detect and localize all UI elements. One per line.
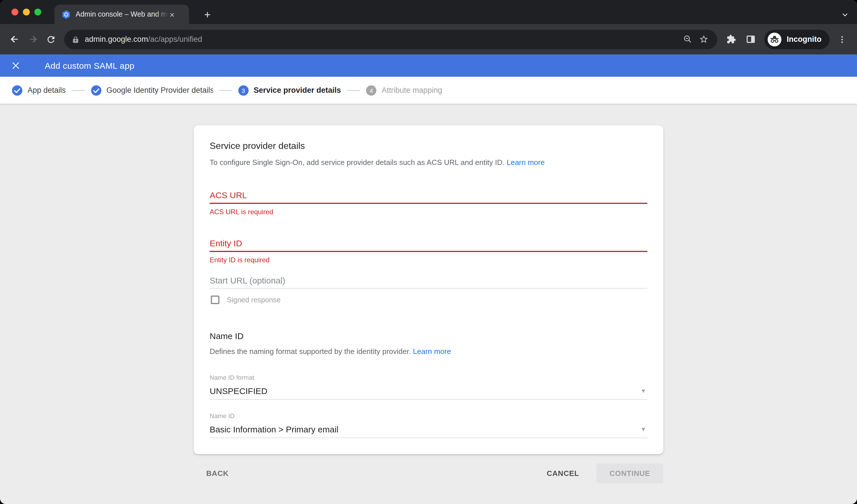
url-path: /ac/apps/unified bbox=[148, 35, 202, 44]
card-description: To configure Single Sign-On, add service… bbox=[210, 157, 647, 168]
start-url-underline bbox=[210, 288, 647, 289]
browser-window: Admin console – Web and mob × + admin.go… bbox=[0, 0, 857, 504]
bookmark-star-icon[interactable] bbox=[696, 31, 712, 47]
tab-title: Admin console – Web and mob bbox=[75, 10, 168, 18]
lock-icon bbox=[72, 35, 80, 43]
wizard-stepper: App details Google Identity Provider det… bbox=[0, 77, 857, 104]
card-title: Service provider details bbox=[210, 140, 647, 152]
step-number: 3 bbox=[238, 85, 249, 95]
chevron-down-icon: ▼ bbox=[640, 385, 646, 397]
dialog-content: Service provider details To configure Si… bbox=[0, 125, 857, 483]
browser-menu-dots-icon[interactable] bbox=[833, 30, 851, 48]
new-tab-button[interactable]: + bbox=[202, 9, 213, 20]
window-controls bbox=[12, 9, 41, 15]
start-url-input[interactable]: Start URL (optional) bbox=[210, 275, 647, 286]
name-id-section-title: Name ID bbox=[210, 331, 647, 342]
step-complete-check-icon bbox=[91, 85, 101, 95]
learn-more-link[interactable]: Learn more bbox=[507, 158, 545, 167]
name-id-format-label: Name ID format bbox=[210, 374, 647, 382]
step-complete-check-icon bbox=[12, 85, 22, 95]
name-id-format-underline bbox=[210, 399, 647, 400]
close-dialog-icon[interactable] bbox=[12, 61, 20, 70]
admin-console-favicon bbox=[61, 10, 71, 19]
service-provider-card: Service provider details To configure Si… bbox=[194, 125, 663, 454]
step-number: 4 bbox=[366, 85, 376, 95]
close-window-button[interactable] bbox=[12, 9, 18, 15]
step-google-idp-details[interactable]: Google Identity Provider details bbox=[91, 85, 213, 95]
acs-url-error: ACS URL is required bbox=[210, 208, 647, 216]
dialog-title: Add custom SAML app bbox=[45, 61, 134, 70]
cancel-button[interactable]: CANCEL bbox=[547, 469, 579, 478]
entity-id-field[interactable]: Entity ID bbox=[210, 238, 647, 249]
address-bar[interactable]: admin.google.com/ac/apps/unified bbox=[64, 30, 718, 49]
chevron-down-icon: ▼ bbox=[640, 424, 646, 435]
zoom-out-icon[interactable] bbox=[680, 31, 696, 47]
step-app-details[interactable]: App details bbox=[12, 85, 66, 95]
signed-response-row: Signed response bbox=[210, 296, 647, 304]
browser-tab[interactable]: Admin console – Web and mob × bbox=[54, 4, 189, 24]
tab-search-chevron-down-icon[interactable] bbox=[841, 11, 849, 19]
name-id-label: Name ID bbox=[210, 413, 647, 420]
url-host: admin.google.com bbox=[85, 35, 148, 44]
entity-id-underline bbox=[210, 251, 647, 252]
back-button[interactable]: BACK bbox=[206, 469, 229, 478]
acs-url-field[interactable]: ACS URL bbox=[210, 189, 647, 201]
step-attribute-mapping[interactable]: 4 Attribute mapping bbox=[366, 85, 442, 95]
name-id-section-description: Defines the naming format supported by t… bbox=[210, 347, 647, 357]
continue-button[interactable]: CONTINUE bbox=[596, 463, 663, 483]
incognito-badge: Incognito bbox=[764, 30, 830, 49]
back-icon[interactable] bbox=[6, 31, 23, 48]
learn-more-link[interactable]: Learn more bbox=[413, 347, 451, 356]
incognito-icon bbox=[767, 32, 782, 47]
name-id-format-select[interactable]: UNSPECIFIED ▼ bbox=[210, 385, 647, 397]
reload-icon[interactable] bbox=[43, 31, 60, 48]
url-text[interactable]: admin.google.com/ac/apps/unified bbox=[85, 35, 202, 44]
step-connector bbox=[219, 90, 232, 91]
signed-response-label: Signed response bbox=[227, 296, 281, 304]
entity-id-error: Entity ID is required bbox=[210, 256, 647, 264]
incognito-label: Incognito bbox=[787, 35, 822, 44]
forward-icon[interactable] bbox=[24, 31, 41, 48]
tab-close-icon[interactable]: × bbox=[170, 10, 175, 19]
step-connector bbox=[72, 90, 85, 91]
step-connector bbox=[347, 90, 360, 91]
fullscreen-window-button[interactable] bbox=[34, 9, 41, 15]
acs-url-underline bbox=[210, 203, 647, 204]
signed-response-checkbox[interactable] bbox=[211, 296, 219, 304]
name-id-underline bbox=[210, 438, 647, 438]
wizard-footer: BACK CANCEL CONTINUE bbox=[194, 463, 663, 483]
minimize-window-button[interactable] bbox=[23, 9, 30, 15]
step-service-provider-details[interactable]: 3 Service provider details bbox=[238, 85, 341, 95]
browser-toolbar: admin.google.com/ac/apps/unified bbox=[0, 24, 857, 54]
tab-strip: Admin console – Web and mob × + bbox=[0, 0, 857, 24]
extensions-puzzle-icon[interactable] bbox=[722, 30, 740, 48]
side-panel-icon[interactable] bbox=[742, 30, 760, 48]
name-id-select[interactable]: Basic Information > Primary email ▼ bbox=[210, 424, 647, 435]
dialog-header: Add custom SAML app bbox=[0, 54, 857, 77]
